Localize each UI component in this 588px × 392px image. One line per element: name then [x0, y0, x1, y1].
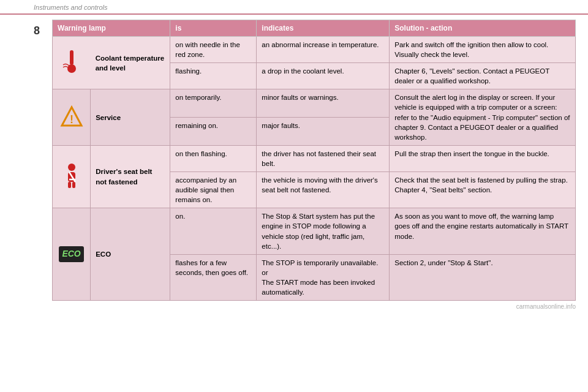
- service-indicates-2: major faults.: [257, 118, 390, 146]
- eco-label-text: ECO: [96, 251, 111, 258]
- eco-indicates-1: The Stop & Start system has put the engi…: [257, 208, 390, 254]
- seatbelt-icon: [58, 162, 85, 192]
- eco-is-1: on.: [170, 208, 257, 254]
- page-header: Instruments and controls: [0, 0, 588, 15]
- triangle-warning-icon: !: [60, 105, 83, 128]
- svg-text:!: !: [70, 113, 74, 126]
- eco-label: ECO: [91, 208, 170, 301]
- table-row: Coolant temperature and level on with ne…: [53, 37, 576, 63]
- seatbelt-label-text: Driver's seat belt not fastened: [96, 168, 152, 185]
- table-row: Driver's seat belt not fastened on then …: [53, 145, 576, 172]
- service-icon: !: [58, 105, 85, 130]
- eco-is-2: flashes for a few seconds, then goes off…: [170, 254, 257, 300]
- coolant-indicates-2: a drop in the coolant level.: [257, 63, 390, 89]
- service-icon-cell: !: [53, 89, 91, 145]
- table-row: ECO ECO on. The Stop & Start system has …: [53, 208, 576, 254]
- table-wrapper: Warning lamp is indicates Solution - act…: [52, 20, 576, 310]
- svg-rect-8: [68, 182, 71, 188]
- coolant-is-1: on with needle in the red zone.: [170, 37, 257, 63]
- warning-lamp-table: Warning lamp is indicates Solution - act…: [52, 20, 576, 301]
- main-content: 8 Warning lamp is indicates Solution - a…: [0, 15, 588, 315]
- svg-rect-9: [72, 182, 75, 188]
- eco-icon-cell: ECO: [53, 208, 91, 301]
- eco-icon: ECO: [59, 246, 83, 262]
- eco-solution-1: As soon as you want to move off, the war…: [390, 208, 576, 254]
- coolant-solution-1: Park and switch off the ignition then al…: [390, 37, 576, 63]
- coolant-label-text: Coolant temperature and level: [96, 55, 164, 72]
- seatbelt-solution-1: Pull the strap then insert the tongue in…: [390, 145, 576, 172]
- seatbelt-person-icon: [61, 162, 83, 189]
- page-container: Instruments and controls 8 Warning lamp …: [0, 0, 588, 392]
- watermark: carmanualsonline.info: [52, 303, 576, 310]
- seatbelt-is-1: on then flashing.: [170, 145, 257, 172]
- coolant-indicates-1: an abnormal increase in temperature.: [257, 37, 390, 63]
- table-row: ! Service on temporarily. minor faults o…: [53, 89, 576, 118]
- eco-indicates-2: The STOP is temporarily unavailable. or …: [257, 254, 390, 300]
- seatbelt-indicates-1: the driver has not fastened their seat b…: [257, 145, 390, 172]
- svg-rect-0: [70, 50, 74, 65]
- coolant-is-2: flashing.: [170, 63, 257, 89]
- eco-solution-2: Section 2, under "Stop & Start".: [390, 254, 576, 300]
- svg-point-4: [68, 164, 75, 171]
- coolant-icon: [58, 48, 86, 78]
- header-title: Instruments and controls: [34, 4, 107, 11]
- seatbelt-indicates-2: the vehicle is moving with the driver's …: [257, 172, 390, 208]
- seatbelt-icon-cell: [53, 145, 91, 208]
- coolant-icon-cell: [53, 37, 91, 89]
- col-indicates: indicates: [257, 20, 390, 37]
- service-is-2: remaining on.: [170, 118, 257, 146]
- seatbelt-is-2: accompanied by an audible signal then re…: [170, 172, 257, 208]
- thermometer-icon: [61, 48, 83, 76]
- service-label: Service: [91, 89, 170, 145]
- service-solution-1: Consult the alert log in the display or …: [390, 89, 576, 145]
- col-warning-lamp: Warning lamp: [53, 20, 170, 37]
- coolant-label: Coolant temperature and level: [91, 37, 170, 89]
- service-indicates-1: minor faults or warnings.: [257, 89, 390, 118]
- service-label-text: Service: [96, 114, 121, 121]
- seatbelt-solution-2: Check that the seat belt is fastened by …: [390, 172, 576, 208]
- page-number: 8: [34, 20, 52, 310]
- coolant-solution-2: Chapter 6, "Levels" section. Contact a P…: [390, 63, 576, 89]
- col-is: is: [170, 20, 257, 37]
- service-is-1: on temporarily.: [170, 89, 257, 118]
- col-solution: Solution - action: [390, 20, 576, 37]
- seatbelt-label: Driver's seat belt not fastened: [91, 145, 170, 208]
- table-header-row: Warning lamp is indicates Solution - act…: [53, 20, 576, 37]
